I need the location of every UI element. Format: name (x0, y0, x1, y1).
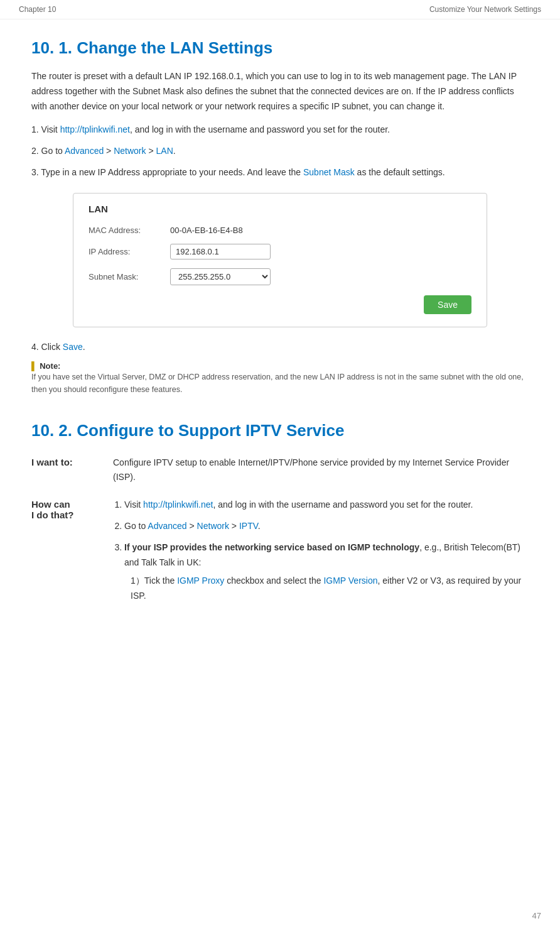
s2-sub-step: 1）Tick the IGMP Proxy checkbox and selec… (131, 574, 529, 604)
step4-save: Save (63, 342, 83, 352)
lan-save-row: Save (89, 295, 471, 314)
how-can-label: How canI do that? (31, 498, 113, 610)
ip-input[interactable] (170, 244, 271, 259)
subnet-label: Subnet Mask: (89, 272, 170, 281)
step3-subnet-highlight: Subnet Mask (303, 167, 355, 177)
s2-step3-bold: If your ISP provides the networking serv… (124, 542, 419, 552)
igmp-proxy-highlight: IGMP Proxy (177, 576, 224, 586)
s2-step-2: Go to Advanced > Network > IPTV. (124, 519, 529, 534)
note-title: Note: (31, 361, 529, 371)
section2-title: 10. 2. Configure to Support IPTV Service (31, 421, 529, 440)
lan-box: LAN MAC Address: 00-0A-EB-16-E4-B8 IP Ad… (73, 193, 487, 327)
how-can-content: Visit http://tplinkwifi.net, and log in … (113, 498, 529, 610)
step1-after: , and log in with the username and passw… (130, 124, 390, 134)
note-block: Note: If you have set the Virtual Server… (31, 361, 529, 396)
step2-advanced: Advanced (65, 146, 104, 156)
lan-row-subnet: Subnet Mask: 255.255.255.0 (89, 268, 471, 285)
s2-step-1: Visit http://tplinkwifi.net, and log in … (124, 498, 529, 513)
step3-num: 3. Type in a new IP Address appropriate … (31, 167, 303, 177)
step-1: 1. Visit http://tplinkwifi.net, and log … (31, 123, 529, 138)
step-3: 3. Type in a new IP Address appropriate … (31, 165, 529, 180)
s2-iptv: IPTV (239, 521, 258, 531)
s2-network: Network (197, 521, 229, 531)
i-want-to-text: Configure IPTV setup to enable Internet/… (113, 457, 509, 483)
step2-lan: LAN (156, 146, 173, 156)
mac-value: 00-0A-EB-16-E4-B8 (170, 226, 243, 235)
save-button[interactable]: Save (424, 295, 471, 314)
step-4: 4. Click Save. (31, 340, 529, 355)
s2-advanced: Advanced (148, 521, 186, 531)
step4-num: 4. Click (31, 342, 63, 352)
step2-num: 2. Go to (31, 146, 65, 156)
subnet-select[interactable]: 255.255.255.0 (170, 268, 271, 285)
how-can-steps: Visit http://tplinkwifi.net, and log in … (113, 498, 529, 604)
header-right: Customize Your Network Settings (429, 5, 541, 14)
page-number: 47 (532, 911, 541, 920)
lan-row-mac: MAC Address: 00-0A-EB-16-E4-B8 (89, 226, 471, 235)
step1-link[interactable]: http://tplinkwifi.net (60, 124, 130, 134)
mac-label: MAC Address: (89, 226, 170, 235)
lan-box-title: LAN (89, 204, 471, 214)
section1-body: The router is preset with a default LAN … (31, 69, 529, 114)
note-text: If you have set the Virtual Server, DMZ … (31, 371, 529, 396)
s2-step-3: If your ISP provides the networking serv… (124, 540, 529, 604)
s2-step1-link[interactable]: http://tplinkwifi.net (143, 499, 213, 510)
header-left: Chapter 10 (19, 5, 56, 14)
ip-label: IP Address: (89, 247, 170, 256)
header: Chapter 10 Customize Your Network Settin… (0, 0, 560, 19)
section1-title: 10. 1. Change the LAN Settings (31, 38, 529, 58)
i-want-to-label: I want to: (31, 456, 113, 486)
lan-row-ip: IP Address: (89, 244, 471, 259)
step2-network: Network (114, 146, 146, 156)
igmp-version-highlight: IGMP Version (323, 576, 377, 586)
section2-grid: I want to: Configure IPTV setup to enabl… (31, 456, 529, 610)
step1-num: 1. Visit (31, 124, 60, 134)
i-want-to-content: Configure IPTV setup to enable Internet/… (113, 456, 529, 486)
step-2: 2. Go to Advanced > Network > LAN. (31, 144, 529, 159)
